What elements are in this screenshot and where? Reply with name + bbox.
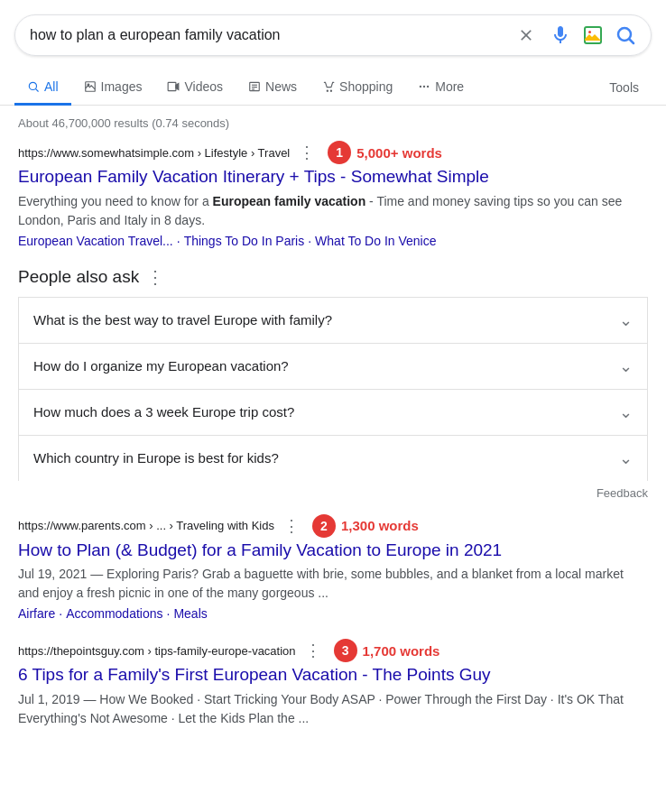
paa-chevron-1: ⌄ [619,310,633,330]
search-bar [14,14,652,56]
svg-point-1 [588,31,591,33]
google-search-button[interactable] [615,24,636,46]
result-url-row-1: https://www.somewhatsimple.com › Lifesty… [18,141,648,164]
result-badge-2: 2 1,300 words [312,514,419,538]
search-icons [517,24,636,46]
svg-point-17 [427,86,429,88]
svg-point-15 [420,86,421,88]
nav-tabs: All Images Videos News Shopping More Too… [0,63,666,106]
search-bar-container [0,0,666,56]
svg-point-16 [423,86,425,88]
tab-more[interactable]: More [405,70,476,106]
result-item-1: https://www.somewhatsimple.com › Lifesty… [18,141,648,248]
voice-search-button[interactable] [550,24,571,46]
result-title-3[interactable]: 6 Tips for a Family's First European Vac… [18,664,648,687]
svg-point-13 [327,90,328,91]
result-link-1c[interactable]: What To Do In Venice [315,234,436,248]
result-url-2: https://www.parents.com › ... › Travelin… [18,519,274,532]
result-url-3: https://thepointsguy.com › tips-family-e… [18,644,296,658]
badge-circle-2: 2 [312,514,336,538]
result-title-2[interactable]: How to Plan (& Budget) for a Family Vaca… [18,540,648,562]
result-link-1b[interactable]: Things To Do In Paris [184,234,305,248]
paa-title: People also ask [18,267,139,287]
svg-point-14 [330,90,331,91]
badge-words-3: 1,700 words [363,643,440,659]
paa-question-3: How much does a 3 week Europe trip cost? [33,404,294,420]
paa-item-3[interactable]: How much does a 3 week Europe trip cost?… [18,389,648,435]
paa-section: People also ask ⋮ What is the best way t… [18,266,648,505]
image-search-button[interactable] [582,24,604,46]
paa-item-2[interactable]: How do I organize my European vacation? … [18,343,648,389]
tab-shopping[interactable]: Shopping [310,70,405,106]
tab-images[interactable]: Images [71,70,155,106]
clear-button[interactable] [517,26,535,44]
result-menu-dots-2[interactable]: ⋮ [283,518,300,534]
badge-circle-1: 1 [328,141,351,164]
svg-rect-0 [585,27,601,43]
paa-question-4: Which country in Europe is best for kids… [33,450,279,466]
result-url-1: https://www.somewhatsimple.com › Lifesty… [18,146,290,160]
result-snippet-2: Jul 19, 2021 — Exploring Paris? Grab a b… [18,565,648,603]
paa-question-1: What is the best way to travel Europe wi… [33,312,332,328]
result-badge-1: 1 5,000+ words [328,141,442,164]
paa-question-2: How do I organize my European vacation? [33,358,289,374]
svg-rect-8 [169,82,177,90]
search-input[interactable] [30,27,517,43]
result-menu-dots-3[interactable]: ⋮ [305,642,321,659]
result-link-1a[interactable]: European Vacation Travel... [18,234,173,248]
tab-news[interactable]: News [236,70,310,106]
result-menu-dots-1[interactable]: ⋮ [299,144,315,161]
result-snippet-3: Jul 1, 2019 — How We Booked · Start Tric… [18,690,648,728]
paa-menu-dots[interactable]: ⋮ [146,266,164,288]
badge-circle-3: 3 [334,639,357,662]
feedback-button[interactable]: Feedback [597,486,648,500]
result-snippet-1: Everything you need to know for a Europe… [18,192,648,230]
paa-chevron-2: ⌄ [619,356,633,376]
badge-words-2: 1,300 words [341,518,419,533]
paa-header: People also ask ⋮ [18,266,648,288]
result-title-1[interactable]: European Family Vacation Itinerary + Tip… [18,166,648,189]
result-links-2: Airfare · Accommodations · Meals [18,606,648,621]
paa-item-1[interactable]: What is the best way to travel Europe wi… [18,297,648,343]
results-count: About 46,700,000 results (0.74 seconds) [18,116,648,130]
result-item-2: https://www.parents.com › ... › Travelin… [18,514,648,622]
result-url-row-3: https://thepointsguy.com › tips-family-e… [18,639,648,662]
tab-videos[interactable]: Videos [154,70,236,106]
result-link-2b[interactable]: Accommodations [66,606,162,621]
results-area: About 46,700,000 results (0.74 seconds) … [0,106,666,757]
badge-words-1: 5,000+ words [356,145,442,161]
svg-line-3 [630,40,634,44]
result-link-2c[interactable]: Meals [173,606,207,621]
paa-chevron-4: ⌄ [619,448,633,468]
result-url-row-2: https://www.parents.com › ... › Travelin… [18,514,648,538]
feedback-row: Feedback [18,481,648,505]
result-badge-3: 3 1,700 words [334,639,440,662]
paa-item-4[interactable]: Which country in Europe is best for kids… [18,435,648,481]
svg-line-5 [36,89,39,92]
paa-chevron-3: ⌄ [619,402,633,422]
tab-all[interactable]: All [14,70,71,106]
result-link-2a[interactable]: Airfare [18,606,55,621]
result-item-3: https://thepointsguy.com › tips-family-e… [18,639,648,728]
result-links-1: European Vacation Travel... · Things To … [18,234,648,248]
tools-button[interactable]: Tools [597,71,652,104]
